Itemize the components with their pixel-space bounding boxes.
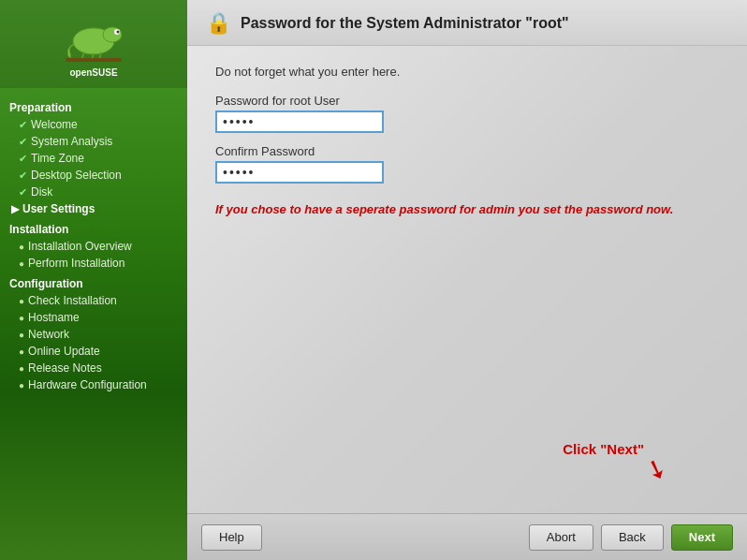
check-icon: ✔	[19, 119, 27, 131]
main-content: 🔒 Password for the System Administrator …	[187, 0, 747, 560]
sidebar-item-perform-installation[interactable]: ● Perform Installation	[0, 255, 187, 272]
check-icon: ✔	[19, 169, 27, 182]
logo-area: openSUSE	[0, 0, 187, 88]
opensuse-logo	[61, 11, 126, 67]
bullet-icon: ●	[19, 330, 24, 340]
content-wrapper: Do not forget what you enter here. Passw…	[187, 46, 747, 513]
info-text: Do not forget what you enter here.	[215, 65, 719, 79]
help-button[interactable]: Help	[201, 524, 262, 551]
svg-point-1	[103, 27, 122, 42]
bullet-icon: ●	[19, 363, 24, 374]
click-next-hint: Click "Next"	[563, 441, 644, 457]
sidebar-item-network[interactable]: ● Network	[0, 326, 187, 343]
password-input[interactable]	[215, 111, 384, 133]
bullet-icon: ●	[19, 258, 24, 269]
check-icon: ✔	[19, 153, 27, 165]
sidebar-item-disk[interactable]: ✔ Disk	[0, 184, 187, 200]
confirm-group: Confirm Password	[215, 144, 719, 184]
arrow-down-icon: ➘	[641, 451, 672, 488]
password-group: Password for root User	[215, 94, 719, 133]
footer-left: Help	[201, 524, 521, 551]
sidebar-item-user-settings[interactable]: ▶ User Settings	[0, 200, 187, 217]
page-title: Password for the System Administrator "r…	[241, 15, 569, 32]
section-preparation: Preparation	[0, 96, 187, 116]
sidebar-item-hardware-configuration[interactable]: ● Hardware Configuration	[0, 376, 187, 393]
bullet-icon: ●	[19, 380, 24, 391]
bullet-icon: ●	[19, 296, 24, 306]
lock-icon: 🔒	[206, 11, 231, 36]
bullet-icon: ●	[19, 346, 24, 357]
section-installation: Installation	[0, 217, 187, 238]
footer: Help Abort Back Next	[187, 513, 747, 560]
check-icon: ✔	[19, 186, 27, 199]
confirm-label: Confirm Password	[215, 144, 719, 158]
confirm-password-input[interactable]	[215, 161, 384, 184]
sidebar-item-online-update[interactable]: ● Online Update	[0, 343, 187, 360]
sidebar-item-release-notes[interactable]: ● Release Notes	[0, 360, 187, 376]
sidebar-item-installation-overview[interactable]: ● Installation Overview	[0, 238, 187, 255]
abort-button[interactable]: Abort	[529, 524, 593, 551]
sidebar-item-welcome[interactable]: ✔ Welcome	[0, 116, 187, 133]
sidebar-item-desktop-selection[interactable]: ✔ Desktop Selection	[0, 167, 187, 184]
svg-point-3	[117, 31, 120, 34]
content-body: Do not forget what you enter here. Passw…	[187, 46, 747, 513]
password-label: Password for root User	[215, 94, 719, 108]
svg-rect-7	[66, 58, 122, 62]
brand-text: openSUSE	[69, 67, 117, 79]
bullet-icon: ●	[19, 242, 24, 252]
warning-text: If you chose to have a seperate password…	[215, 202, 719, 216]
sidebar-item-check-installation[interactable]: ● Check Installation	[0, 292, 187, 309]
page-header: 🔒 Password for the System Administrator …	[187, 0, 747, 46]
footer-right: Abort Back Next	[529, 524, 733, 551]
next-button[interactable]: Next	[671, 524, 733, 551]
sidebar-item-time-zone[interactable]: ✔ Time Zone	[0, 150, 187, 167]
check-icon: ✔	[19, 136, 27, 148]
sidebar: openSUSE Preparation ✔ Welcome ✔ System …	[0, 0, 187, 560]
arrow-icon: ▶	[11, 203, 19, 215]
sidebar-item-system-analysis[interactable]: ✔ System Analysis	[0, 133, 187, 150]
back-button[interactable]: Back	[601, 524, 664, 551]
sidebar-item-hostname[interactable]: ● Hostname	[0, 309, 187, 326]
section-configuration: Configuration	[0, 272, 187, 292]
bullet-icon: ●	[19, 313, 24, 323]
